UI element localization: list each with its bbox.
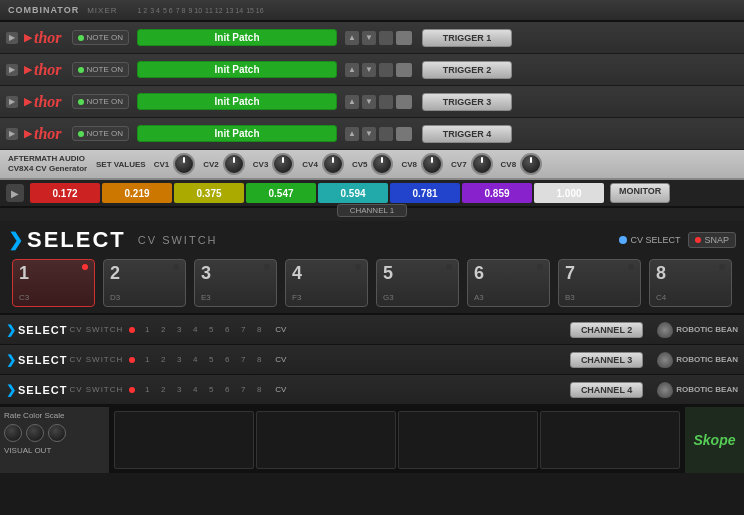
note-on-btn-1[interactable]: NOTE ON: [72, 30, 129, 45]
play-button[interactable]: ▶: [6, 184, 24, 202]
color-knob[interactable]: [26, 424, 44, 442]
cv-value-4[interactable]: 0.547: [246, 183, 316, 203]
channel-led-5: [446, 264, 452, 270]
thor-logo-2: thor: [34, 61, 62, 79]
cv-value-1[interactable]: 0.172: [30, 183, 100, 203]
thor-expander-2[interactable]: ▶: [6, 64, 18, 76]
up-arrow-1[interactable]: ▲: [345, 31, 359, 45]
cv7-group: CV7: [451, 153, 493, 175]
rate-knob[interactable]: [4, 424, 22, 442]
cv2-group: CV2: [203, 153, 245, 175]
select-header: ❯ SELECT CV SWITCH CV SELECT SNAP: [8, 227, 736, 253]
thor-expander-3[interactable]: ▶: [6, 96, 18, 108]
channel-btn-2[interactable]: 2 D3: [103, 259, 186, 307]
init-patch-btn-1[interactable]: Init Patch: [137, 29, 337, 46]
up-arrow-4[interactable]: ▲: [345, 127, 359, 141]
cv-values-wrapper: ▶ 0.1720.2190.3750.5470.5940.7810.8591.0…: [0, 180, 744, 221]
cv-value-3[interactable]: 0.375: [174, 183, 244, 203]
trigger-btn-1[interactable]: TRIGGER 1: [422, 29, 512, 47]
cv3-knob[interactable]: [272, 153, 294, 175]
cv-select-button[interactable]: CV SELECT: [619, 235, 680, 245]
save-btn-3[interactable]: [396, 95, 412, 109]
channel-led-6: [537, 264, 543, 270]
cv5-knob[interactable]: [371, 153, 393, 175]
thor-controls-2: ▲ ▼: [345, 63, 412, 77]
up-arrow-2[interactable]: ▲: [345, 63, 359, 77]
skope-brand-panel: Skope: [684, 407, 744, 473]
init-patch-btn-4[interactable]: Init Patch: [137, 125, 337, 142]
trigger-btn-2[interactable]: TRIGGER 2: [422, 61, 512, 79]
cv1-group: CV1: [154, 153, 196, 175]
trigger-btn-3[interactable]: TRIGGER 3: [422, 93, 512, 111]
square-btn-1[interactable]: [379, 31, 393, 45]
trigger-btn-4[interactable]: TRIGGER 4: [422, 125, 512, 143]
channel-btn-6[interactable]: 6 A3: [467, 259, 550, 307]
note-on-led-3: [78, 99, 84, 105]
channel-btn-3[interactable]: 3 E3: [194, 259, 277, 307]
monitor-button[interactable]: MONITOR: [610, 183, 670, 203]
channel-label-btn-3[interactable]: CHANNEL 4: [570, 382, 643, 398]
init-patch-btn-3[interactable]: Init Patch: [137, 93, 337, 110]
cv8b-knob[interactable]: [520, 153, 542, 175]
thor-row-1: ▶ ▶ thor NOTE ON Init Patch ▲ ▼ TRIGGER …: [0, 22, 744, 54]
note-on-btn-3[interactable]: NOTE ON: [72, 94, 129, 109]
cv8-group: CV8: [401, 153, 443, 175]
channel-note-5: G3: [383, 293, 394, 302]
cv7-knob[interactable]: [471, 153, 493, 175]
save-btn-1[interactable]: [396, 31, 412, 45]
channel-number-6: 6: [474, 264, 484, 282]
skope-brand-text: Skope: [693, 432, 735, 448]
down-arrow-3[interactable]: ▼: [362, 95, 376, 109]
save-btn-2[interactable]: [396, 63, 412, 77]
cv-value-2[interactable]: 0.219: [102, 183, 172, 203]
cv3-group: CV3: [253, 153, 295, 175]
combinator-header: COMBINATOR MIXER 1 2 3 4 5 6 7 8 9 10 11…: [0, 0, 744, 22]
cv1-knob[interactable]: [173, 153, 195, 175]
mini-cv-label-2: CV: [275, 355, 286, 364]
channel-btn-8[interactable]: 8 C4: [649, 259, 732, 307]
cv-select-led: [619, 236, 627, 244]
select-main-text: SELECT: [27, 227, 126, 253]
bean-icon-3: [657, 382, 673, 398]
thor-logo-4: thor: [34, 125, 62, 143]
channel-btn-4[interactable]: 4 F3: [285, 259, 368, 307]
cv-gen-label: AFTERMATH AUDIO CV8X4 CV Generator: [8, 154, 88, 173]
channel1-label: CHANNEL 1: [337, 204, 407, 217]
channel-btn-1[interactable]: 1 C3: [12, 259, 95, 307]
snap-button[interactable]: SNAP: [688, 232, 736, 248]
square-btn-3[interactable]: [379, 95, 393, 109]
channel-label-btn-2[interactable]: CHANNEL 3: [570, 352, 643, 368]
cv-value-6[interactable]: 0.781: [390, 183, 460, 203]
skope-channel-3: [398, 411, 538, 469]
scale-knob[interactable]: [48, 424, 66, 442]
note-on-btn-2[interactable]: NOTE ON: [72, 62, 129, 77]
cv-value-8[interactable]: 1.000: [534, 183, 604, 203]
note-on-btn-4[interactable]: NOTE ON: [72, 126, 129, 141]
up-arrow-3[interactable]: ▲: [345, 95, 359, 109]
channel-led-2: [173, 264, 179, 270]
down-arrow-4[interactable]: ▼: [362, 127, 376, 141]
thor-expander-1[interactable]: ▶: [6, 32, 18, 44]
cv4-knob[interactable]: [322, 153, 344, 175]
save-btn-4[interactable]: [396, 127, 412, 141]
thor-row-3: ▶ ▶ thor NOTE ON Init Patch ▲ ▼ TRIGGER …: [0, 86, 744, 118]
select-rows-container: ❯ SELECT CV SWITCH 1 2 3 4 5 6 7 8 CV CH…: [0, 315, 744, 405]
thor-controls-4: ▲ ▼: [345, 127, 412, 141]
channel-buttons-row: 1 C3 2 D3 3 E3 4 F3 5 G3 6 A3 7 B3 8 C4: [8, 259, 736, 307]
channel-label-btn-1[interactable]: CHANNEL 2: [570, 322, 643, 338]
cv8a-knob[interactable]: [421, 153, 443, 175]
square-btn-4[interactable]: [379, 127, 393, 141]
init-patch-btn-2[interactable]: Init Patch: [137, 61, 337, 78]
thor-expander-4[interactable]: ▶: [6, 128, 18, 140]
cv5-group: CV5: [352, 153, 394, 175]
cv2-knob[interactable]: [223, 153, 245, 175]
channel-btn-7[interactable]: 7 B3: [558, 259, 641, 307]
thor-logo-arrow-2: ▶: [24, 63, 32, 76]
square-btn-2[interactable]: [379, 63, 393, 77]
channel-note-2: D3: [110, 293, 120, 302]
cv-value-7[interactable]: 0.859: [462, 183, 532, 203]
down-arrow-1[interactable]: ▼: [362, 31, 376, 45]
cv-value-5[interactable]: 0.594: [318, 183, 388, 203]
channel-btn-5[interactable]: 5 G3: [376, 259, 459, 307]
down-arrow-2[interactable]: ▼: [362, 63, 376, 77]
